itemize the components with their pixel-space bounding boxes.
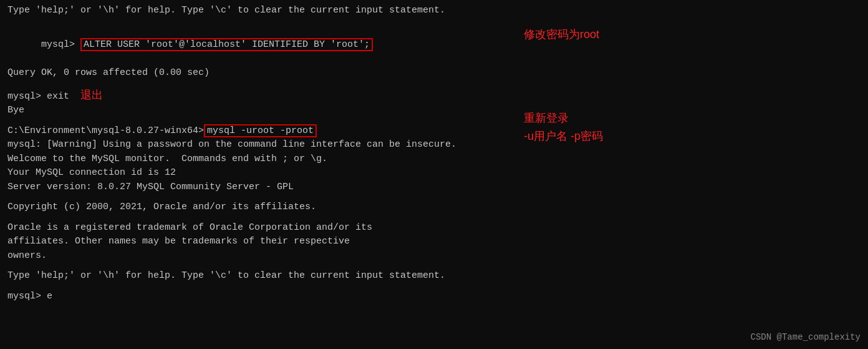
line-warning: mysql: [Warning] Using a password on the…: [7, 138, 861, 152]
line-help-2: Type 'help;' or '\h' for help. Type '\c'…: [7, 269, 861, 283]
annotation-change-password: 修改密码为root: [524, 26, 599, 43]
watermark: CSDN @Tame_complexity: [751, 331, 861, 344]
relogin-label: 重新登录: [524, 112, 569, 124]
line-oracle-2: affiliates. Other names may be trademark…: [7, 235, 861, 249]
exit-annotation: 退出: [80, 89, 103, 101]
line-server-version: Server version: 8.0.27 MySQL Community S…: [7, 180, 861, 195]
alter-user-command: ALTER USER 'root'@'localhost' IDENTIFIED…: [80, 38, 373, 51]
prompt-1: mysql>: [41, 39, 80, 50]
line-alter-user: mysql> ALTER USER 'root'@'localhost' IDE…: [7, 24, 373, 67]
line-exit: mysql> exit 退出: [7, 87, 861, 104]
terminal: Type 'help;' or '\h' for help. Type '\c'…: [0, 0, 868, 349]
line-connection-id: Your MySQL connection id is 12: [7, 166, 861, 180]
line-oracle-3: owners.: [7, 249, 861, 263]
line-copyright: Copyright (c) 2000, 2021, Oracle and/or …: [7, 200, 861, 215]
relogin-sub-label: -u用户名 -p密码: [524, 130, 603, 142]
mysql-login-command: mysql -uroot -proot: [204, 124, 317, 137]
line-help-1: Type 'help;' or '\h' for help. Type '\c'…: [7, 4, 861, 18]
annotation-relogin: 重新登录 -u用户名 -p密码: [524, 109, 603, 145]
line-query-ok: Query OK, 0 rows affected (0.00 sec): [7, 66, 861, 81]
line-welcome: Welcome to the MySQL monitor. Commands e…: [7, 152, 861, 167]
cmd-prompt: C:\Environment\mysql-8.0.27-winx64>: [7, 125, 204, 136]
line-final-prompt: mysql> e: [7, 290, 861, 304]
line-bye: Bye: [7, 104, 861, 118]
line-oracle-1: Oracle is a registered trademark of Orac…: [7, 221, 861, 235]
